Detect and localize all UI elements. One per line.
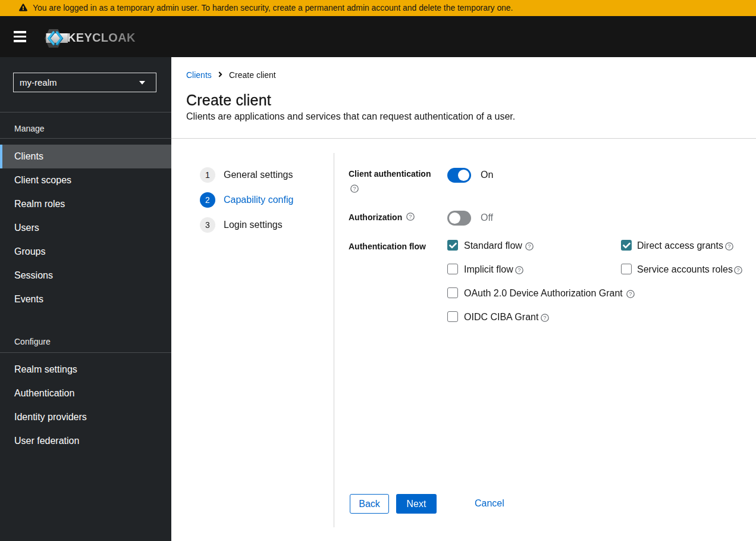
svg-text:?: ? <box>727 243 730 249</box>
svg-text:?: ? <box>543 314 546 321</box>
svg-text:?: ? <box>736 267 739 273</box>
svg-text:?: ? <box>353 185 356 192</box>
svg-text:?: ? <box>528 243 531 249</box>
svg-text:?: ? <box>409 213 412 220</box>
svg-text:?: ? <box>517 267 520 273</box>
svg-text:?: ? <box>629 290 632 297</box>
